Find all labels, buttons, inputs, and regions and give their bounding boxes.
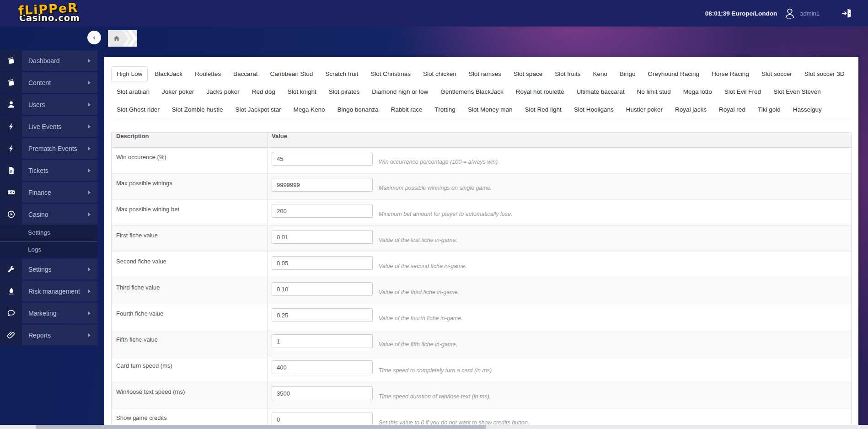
tab-gentlemens-blackjack[interactable]: Gentlemens BlackJack xyxy=(435,84,509,99)
bolt-icon xyxy=(0,116,22,137)
tab-hasselguy[interactable]: Hasselguy xyxy=(788,102,827,117)
tab-slot-christmas[interactable]: Slot Christmas xyxy=(365,66,416,81)
tab-slot-space[interactable]: Slot space xyxy=(508,66,548,81)
tab-jacks-poker[interactable]: Jacks poker xyxy=(201,84,245,99)
tab-slot-ramses[interactable]: Slot ramses xyxy=(463,66,507,81)
tab-mega-keno[interactable]: Mega Keno xyxy=(288,102,330,117)
tab-horse-racing[interactable]: Horse Racing xyxy=(706,66,755,81)
settings-table-body: Win occurence (%)Win occurrence percenta… xyxy=(112,148,851,429)
setting-input-first-fiche-value[interactable] xyxy=(272,230,373,244)
sidebar-item-users[interactable]: Users xyxy=(0,94,97,115)
sidebar-item-label: Finance xyxy=(22,189,88,196)
setting-input-show-game-credits[interactable] xyxy=(272,413,373,426)
casino-submenu: SettingsLogs xyxy=(0,225,97,257)
tab-diamond-high-or-low[interactable]: Diamond high or low xyxy=(366,84,434,99)
sidebar-item-label: Casino xyxy=(22,211,88,218)
tab-mega-lotto[interactable]: Mega lotto xyxy=(678,84,718,99)
tab-rabbit-race[interactable]: Rabbit race xyxy=(386,102,428,117)
sidebar-item-casino[interactable]: Casino xyxy=(0,204,97,225)
brand-logo[interactable]: fLiPPeR Casino.com xyxy=(18,2,80,23)
tab-red-dog[interactable]: Red dog xyxy=(246,84,281,99)
tab-baccarat[interactable]: Baccarat xyxy=(228,66,263,81)
settings-table: Description Value Win occurence (%)Win o… xyxy=(111,132,852,429)
book-icon xyxy=(0,50,22,71)
setting-input-fifth-fiche-value[interactable] xyxy=(272,334,373,348)
home-icon xyxy=(113,35,120,42)
chevron-right-icon xyxy=(88,191,91,194)
tab-caribbean-stud[interactable]: Caribbean Stud xyxy=(264,66,318,81)
tab-hustler-poker[interactable]: Hustler poker xyxy=(621,102,668,117)
tab-royal-hot-roulette[interactable]: Royal hot roulette xyxy=(510,84,570,99)
setting-input-second-fiche-value[interactable] xyxy=(272,256,373,270)
sidebar-item-tickets[interactable]: Tickets xyxy=(0,160,97,181)
sidebar-item-live-events[interactable]: Live Events xyxy=(0,116,97,137)
tab-slot-hooligans[interactable]: Slot Hooligans xyxy=(568,102,619,117)
tab-slot-jackpot-star[interactable]: Slot Jackpot star xyxy=(230,102,287,117)
setting-input-third-fiche-value[interactable] xyxy=(272,282,373,296)
tab-roulettes[interactable]: Roulettes xyxy=(189,66,226,81)
sidebar-item-finance[interactable]: Finance xyxy=(0,182,97,203)
table-row-card-turn-speed-ms: Card turn speed (ms)Time speed to comple… xyxy=(112,356,851,382)
tab-blackjack[interactable]: BlackJack xyxy=(149,66,188,81)
tab-slot-fruits[interactable]: Slot fruits xyxy=(549,66,586,81)
tab-slot-knight[interactable]: Slot knight xyxy=(282,84,322,99)
tab-trotting[interactable]: Trotting xyxy=(429,102,461,117)
horizontal-scrollbar-thumb[interactable] xyxy=(36,425,486,429)
sidebar-collapse-button[interactable]: ‹ xyxy=(87,31,101,44)
setting-help-text: Value of the fourth fiche in-game. xyxy=(379,315,463,322)
setting-input-max-possible-winings[interactable] xyxy=(272,178,373,192)
setting-description: Max possible wining bet xyxy=(112,200,268,225)
setting-input-fourth-fiche-value[interactable] xyxy=(272,308,373,322)
sidebar-item-reports[interactable]: Reports xyxy=(0,325,97,345)
tab-bingo[interactable]: Bingo xyxy=(614,66,641,81)
tab-high-low[interactable]: High Low xyxy=(111,66,148,81)
sidebar-item-settings[interactable]: Settings xyxy=(0,259,97,279)
sidebar-subitem-settings[interactable]: Settings xyxy=(0,225,97,241)
tab-slot-money-man[interactable]: Slot Money man xyxy=(462,102,518,117)
setting-input-max-possible-wining-bet[interactable] xyxy=(272,204,373,218)
table-row-win-loose-text-speed-ms: Win/loose text speed (ms)Time speed dura… xyxy=(112,382,851,408)
tab-slot-red-light[interactable]: Slot Red light xyxy=(519,102,567,117)
tab-no-limit-stud[interactable]: No limit stud xyxy=(632,84,676,99)
setting-help-text: Minimum bet amount for player to automat… xyxy=(379,211,513,217)
sidebar-subitem-logs[interactable]: Logs xyxy=(0,241,97,257)
tab-royal-red[interactable]: Royal red xyxy=(713,102,751,117)
tab-greyhound-racing[interactable]: Greyhound Racing xyxy=(643,66,705,81)
tab-slot-zombie-hustle[interactable]: Slot Zombie hustle xyxy=(166,102,229,117)
setting-input-win-loose-text-speed-ms[interactable] xyxy=(272,386,373,400)
sidebar-item-marketing[interactable]: Marketing xyxy=(0,303,97,323)
table-row-fourth-fiche-value: Fourth fiche valueValue of the fourth fi… xyxy=(112,304,851,330)
tab-slot-pirates[interactable]: Slot pirates xyxy=(323,84,365,99)
tab-slot-chicken[interactable]: Slot chicken xyxy=(418,66,462,81)
horizontal-scrollbar[interactable] xyxy=(0,425,868,429)
tab-ultimate-baccarat[interactable]: Ultimate baccarat xyxy=(571,84,630,99)
tab-royal-jacks[interactable]: Royal jacks xyxy=(670,102,712,117)
sidebar-item-dashboard[interactable]: Dashboard xyxy=(0,50,97,71)
sidebar-item-content[interactable]: Content xyxy=(0,72,97,93)
tab-tiki-gold[interactable]: Tiki gold xyxy=(752,102,786,117)
sidebar-item-prematch-events[interactable]: Prematch Events xyxy=(0,138,97,159)
tab-keno[interactable]: Keno xyxy=(587,66,613,81)
tab-joker-poker[interactable]: Joker poker xyxy=(156,84,200,99)
setting-input-win-occurence[interactable] xyxy=(272,152,373,166)
book-icon xyxy=(0,72,22,93)
breadcrumb[interactable] xyxy=(108,30,137,47)
setting-description: First fiche value xyxy=(112,226,268,252)
setting-input-card-turn-speed-ms[interactable] xyxy=(272,360,373,374)
tab-bingo-bonanza[interactable]: Bingo bonanza xyxy=(332,102,384,117)
sidebar-item-risk-management[interactable]: Risk management xyxy=(0,281,97,301)
sidebar-nav: DashboardContentUsersLive EventsPrematch… xyxy=(0,27,97,429)
tab-slot-soccer-3d[interactable]: Slot soccer 3D xyxy=(799,66,850,81)
setting-value-cell: Value of the fourth fiche in-game. xyxy=(268,304,851,330)
setting-description: Fifth fiche value xyxy=(112,330,268,356)
server-clock: 08:01:39 Europe/London xyxy=(705,10,777,17)
tab-slot-arabian[interactable]: Slot arabian xyxy=(111,84,155,99)
tab-scratch-fruit[interactable]: Scratch fruit xyxy=(320,66,364,81)
tab-slot-ghost-rider[interactable]: Slot Ghost rider xyxy=(111,102,165,117)
tab-slot-soccer[interactable]: Slot soccer xyxy=(756,66,798,81)
tab-slot-even-steven[interactable]: Slot Even Steven xyxy=(768,84,826,99)
game-tabs: High LowBlackJackRoulettesBaccaratCaribb… xyxy=(111,66,852,120)
username-label[interactable]: admin1 xyxy=(800,10,820,17)
logout-icon[interactable] xyxy=(841,7,852,19)
tab-slot-evil-fred[interactable]: Slot Evil Fred xyxy=(719,84,766,99)
